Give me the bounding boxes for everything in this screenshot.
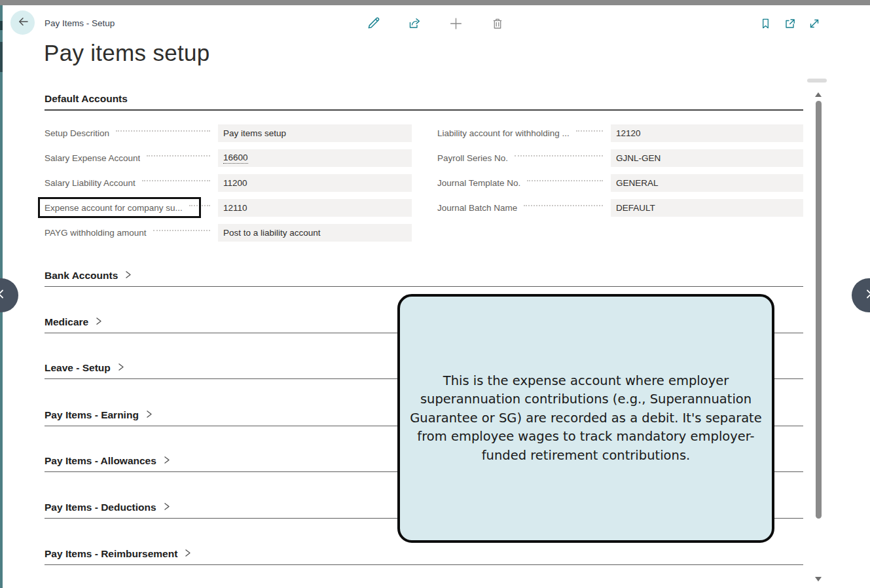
page-title: Pay items setup xyxy=(44,40,210,66)
dot-leader xyxy=(515,155,603,156)
field-value-input[interactable]: Pay items setup xyxy=(218,124,412,142)
field-value-input[interactable]: GJNL-GEN xyxy=(611,149,803,167)
chevron-right-icon xyxy=(145,409,153,422)
back-button[interactable] xyxy=(10,10,35,35)
scrollbar-thumb[interactable] xyxy=(816,101,822,519)
bookmark-icon[interactable] xyxy=(759,16,772,30)
section-title[interactable]: Default Accounts xyxy=(45,92,803,109)
chevron-right-icon xyxy=(117,362,125,375)
dot-leader xyxy=(576,130,603,132)
field-value-input[interactable]: 12110 xyxy=(218,199,412,217)
section-title: Bank Accounts xyxy=(45,270,118,282)
section-header-bank-accounts[interactable]: Bank Accounts xyxy=(45,267,803,284)
field-label: Liability account for withholding ... xyxy=(437,124,611,142)
chevron-right-icon xyxy=(183,548,192,560)
expand-fullscreen-icon[interactable] xyxy=(807,16,821,30)
field-value-input[interactable]: 16600 xyxy=(218,149,412,167)
previous-record-button[interactable] xyxy=(0,278,18,312)
section-title: Pay Items - Earning xyxy=(45,409,139,421)
page-toolbar xyxy=(367,16,504,30)
window-controls xyxy=(759,16,821,30)
dot-leader xyxy=(189,205,210,206)
field-label: Expense account for company su... xyxy=(45,199,218,217)
section-title: Pay Items - Allowances xyxy=(45,455,156,467)
collapsed-section: Pay Items - Reimbursement xyxy=(45,545,803,565)
section-divider xyxy=(45,109,803,111)
field-value-input[interactable]: Post to a liability account xyxy=(218,224,412,242)
scroll-up-icon[interactable] xyxy=(815,92,822,97)
field-row: Expense account for company su...12110 xyxy=(45,199,412,217)
form-right-column: Liability account for withholding ...121… xyxy=(437,124,803,217)
field-label: Setup Descrition xyxy=(45,124,218,142)
chevron-right-icon xyxy=(124,270,132,282)
dot-leader xyxy=(147,155,210,156)
dot-leader xyxy=(527,180,603,181)
field-value-input[interactable]: 12120 xyxy=(611,124,803,142)
form-left-column: Setup DescritionPay items setupSalary Ex… xyxy=(45,124,412,242)
window-top-edge xyxy=(0,0,870,5)
edit-pencil-icon[interactable] xyxy=(367,16,380,30)
section-title: Pay Items - Deductions xyxy=(45,502,156,513)
annotation-tooltip: This is the expense account where employ… xyxy=(397,294,774,543)
field-value-input[interactable]: DEFAULT xyxy=(611,199,803,217)
field-value-input[interactable]: 11200 xyxy=(218,174,412,192)
field-row: Journal Batch NameDEFAULT xyxy=(437,199,803,217)
field-label: Journal Template No. xyxy=(437,174,611,192)
section-divider xyxy=(45,286,803,287)
section-title: Pay Items - Reimbursement xyxy=(45,548,177,560)
field-row: Journal Template No.GENERAL xyxy=(437,174,803,192)
add-plus-icon[interactable] xyxy=(449,16,463,30)
field-row: Liability account for withholding ...121… xyxy=(437,124,803,142)
next-record-button[interactable] xyxy=(852,278,870,312)
field-label: Salary Liability Account xyxy=(45,174,218,192)
field-value-input[interactable]: GENERAL xyxy=(611,174,803,192)
chevron-right-icon xyxy=(861,287,870,304)
section-default-accounts: Default Accounts xyxy=(45,92,803,111)
field-label: Journal Batch Name xyxy=(437,199,611,217)
open-in-new-window-icon[interactable] xyxy=(783,16,797,30)
chevron-right-icon xyxy=(162,502,171,514)
section-divider xyxy=(45,564,803,565)
scrollbar-cap xyxy=(807,79,827,83)
dot-leader xyxy=(142,180,210,181)
breadcrumb[interactable]: Pay Items - Setup xyxy=(45,18,115,28)
field-label: Payroll Series No. xyxy=(437,149,611,167)
delete-trash-icon[interactable] xyxy=(490,16,504,30)
dot-leader xyxy=(153,230,210,231)
section-title: Medicare xyxy=(45,316,88,328)
field-row: Payroll Series No.GJNL-GEN xyxy=(437,149,803,167)
chevron-right-icon xyxy=(94,316,103,329)
section-header-pay-items-reimbursement[interactable]: Pay Items - Reimbursement xyxy=(45,545,803,562)
section-title: Leave - Setup xyxy=(45,362,111,374)
field-row: Salary Expense Account16600 xyxy=(45,149,412,167)
collapsed-section: Bank Accounts xyxy=(45,267,803,287)
chevron-left-icon xyxy=(0,287,9,304)
field-label: PAYG withholding amount xyxy=(45,224,218,242)
field-row: PAYG withholding amountPost to a liabili… xyxy=(45,224,412,242)
share-icon[interactable] xyxy=(408,16,422,30)
dot-leader xyxy=(116,130,210,132)
field-label: Salary Expense Account xyxy=(45,149,218,167)
field-row: Salary Liability Account11200 xyxy=(45,174,412,192)
dot-leader xyxy=(524,205,603,206)
chevron-right-icon xyxy=(162,455,171,468)
back-arrow-icon xyxy=(16,15,29,31)
annotation-tooltip-text: This is the expense account where employ… xyxy=(409,372,763,466)
scroll-down-icon[interactable] xyxy=(815,577,822,581)
field-row: Setup DescritionPay items setup xyxy=(45,124,412,142)
